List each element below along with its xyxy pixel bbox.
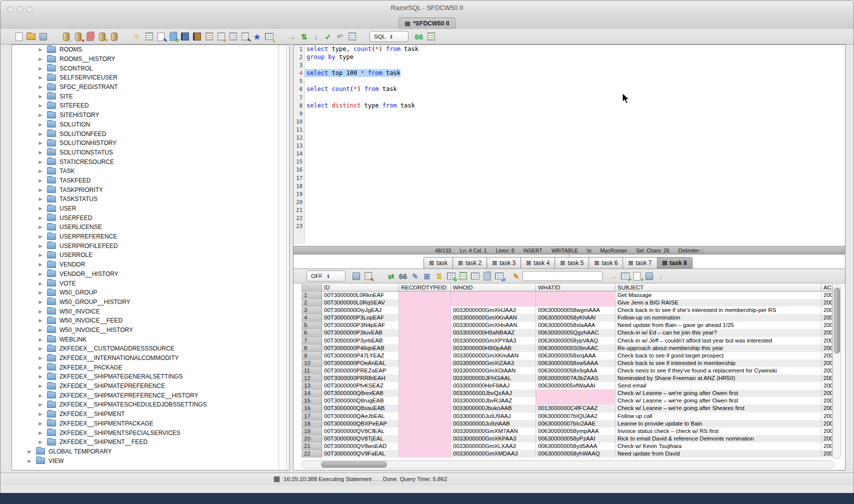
tree-item-w50-group-history[interactable]: ▶W50_GROUP__HISTORY (12, 298, 289, 307)
row-number-cell[interactable]: 3 (302, 306, 322, 314)
editor-line-15[interactable]: 15 (294, 158, 845, 166)
download-results-icon[interactable]: ↓ (656, 270, 666, 282)
grid-cell[interactable]: Check w/ Leanne – we're going after Owen… (616, 390, 822, 397)
grid-cell[interactable]: 200 (822, 397, 832, 404)
tree-item-zkfedex-shipmentpackage[interactable]: ▶ZKFEDEX__SHIPMENTPACKAGE (12, 419, 289, 428)
tree-item-task[interactable]: ▶TASK (12, 166, 289, 176)
grid-cell[interactable]: 00T3000000PfvKSEAZ (322, 382, 399, 390)
grid-cell[interactable]: 0033000000GmXOiAAN (451, 367, 536, 374)
grid-cell[interactable]: Give Jenn a BIG RAISE (616, 299, 822, 306)
grid-cell[interactable]: 00T3000000P3tuvEAB (322, 329, 399, 336)
grid-cell[interactable]: 00T3000000OiyJgEAJ (322, 306, 399, 314)
disclosure-triangle-icon[interactable]: ▶ (38, 374, 43, 379)
grid-cell[interactable] (399, 412, 451, 420)
grid-row-2[interactable]: 200T3000000L0RqSEAVGive Jenn a BIG RAISE… (302, 299, 833, 306)
grid-cell[interactable]: Need update from David (616, 450, 822, 458)
grid-row-18[interactable]: 1800T3000000QBXPeEAP0033000000Ju9zlAAB00… (302, 420, 833, 428)
results-list-icon[interactable] (426, 31, 436, 42)
tree-item-zkfedex-shipmatepreference-history[interactable]: ▶ZKFEDEX__SHIPMATEPREFERENCE__HISTORY (12, 390, 289, 400)
grid-row-7[interactable]: 700T3000000P3yrbEAB0033000000GmXPYAA3006… (302, 337, 833, 344)
grid-cell[interactable] (536, 390, 616, 397)
grid-cell[interactable]: RECORDTYPEID (399, 284, 451, 292)
grid-cell[interactable]: 200 (822, 360, 832, 367)
document-tab[interactable]: ⊠ *SFDCW50 II (398, 18, 456, 29)
grid-row-21[interactable]: 2100T3000000QV8wsEAD0033000000GmXLXAA300… (302, 442, 833, 450)
tab-close-icon[interactable]: ⊠ (429, 260, 434, 266)
editor-line-22[interactable]: 22 (294, 214, 845, 222)
grid-cell[interactable]: 0033000000GmXPYAA3 (451, 337, 536, 344)
editor-line-4[interactable]: 4select top 100 * from task (294, 69, 845, 77)
disclosure-triangle-icon[interactable]: ▶ (38, 337, 43, 342)
disclosure-triangle-icon[interactable]: ▶ (38, 384, 43, 388)
rollback-icon[interactable]: ↶ (334, 31, 346, 42)
tree-item-taskfeed[interactable]: ▶TASKFEED (12, 176, 289, 186)
row-number-cell[interactable]: 18 (302, 420, 322, 428)
grid-cell[interactable]: 00630000005xfWaAAI (536, 382, 616, 390)
tree-item-sfdc-registrant[interactable]: ▶SFDC_REGISTRANT (12, 82, 289, 92)
grid-cell[interactable]: Check back in to see if she's interested… (616, 306, 822, 314)
grid-cell[interactable]: 200 (822, 314, 832, 322)
edit-row-icon[interactable]: ✎ (410, 270, 420, 282)
grid-cell[interactable]: 006300000058yhWAAQ (536, 450, 616, 458)
disclosure-triangle-icon[interactable]: ▶ (38, 309, 43, 314)
results-horizontal-scrollbar[interactable] (302, 460, 834, 468)
disclosure-triangle-icon[interactable]: ▶ (38, 84, 43, 90)
grid-cell[interactable]: 0033000000JbvQzAAJ (451, 390, 536, 397)
tree-item-taskstatus[interactable]: ▶TASKSTATUS (12, 194, 289, 204)
row-number-cell[interactable]: 20 (302, 435, 322, 442)
grid-cell[interactable]: 0033000000GmXKPAA3 (451, 435, 536, 442)
row-number-cell[interactable]: 1 (302, 292, 322, 299)
grid-cell[interactable] (399, 450, 451, 458)
tab-close-icon[interactable]: ⊠ (458, 260, 463, 266)
tree-item-userpreference[interactable]: ▶USERPREFERENCE (12, 232, 289, 242)
grid-cell[interactable] (399, 404, 451, 412)
tree-item-vendor[interactable]: ▶VENDOR (12, 260, 289, 270)
grid-cell[interactable]: 00630000005QgzhAAC (536, 329, 616, 336)
grid-cell[interactable] (399, 352, 451, 360)
grid-cell[interactable]: Check w/ Leanne – we're going after Owen… (616, 397, 822, 404)
tree-item-solution[interactable]: ▶SOLUTION (12, 120, 289, 130)
grid-cell[interactable]: Check nexis to see if they've found a re… (616, 367, 822, 374)
grid-row-4[interactable]: 400T3000000P3LopEAF0033000000GmXKnAAN006… (302, 314, 833, 322)
tree-item-userlicense[interactable]: ▶USERLICENSE (12, 222, 289, 232)
row-number-cell[interactable]: 9 (302, 352, 322, 360)
editor-line-10[interactable]: 10 (294, 118, 845, 126)
disclosure-triangle-icon[interactable]: ▶ (38, 66, 43, 71)
grid-cell[interactable] (399, 428, 451, 435)
row-number-cell[interactable]: 17 (302, 412, 322, 420)
disclosure-triangle-icon[interactable]: ▶ (38, 196, 43, 202)
disclosure-triangle-icon[interactable]: ▶ (38, 224, 43, 230)
editor-line-12[interactable]: 12 (294, 134, 845, 142)
grid-cell[interactable] (399, 390, 451, 397)
grid-cell[interactable]: 00T3000000Q8rugEAB (322, 397, 399, 404)
disclosure-triangle-icon[interactable]: ▶ (38, 412, 43, 416)
tree-view-icon[interactable]: ⊞ (422, 270, 432, 282)
grid-cell[interactable]: Need update from Bain – gave go ahead 1/… (616, 322, 822, 329)
grid-cell[interactable]: 0033000000GmXKnAAN (451, 314, 536, 322)
editor-line-1[interactable]: 1select type, count(*) from task (294, 45, 845, 53)
disclosure-triangle-icon[interactable]: ▶ (38, 112, 43, 118)
disclosure-triangle-icon[interactable]: ▶ (38, 206, 43, 211)
grid-row-20[interactable]: 2000T3000000QV8TjEAL0033000000GmXKPAA300… (302, 435, 833, 442)
fetch-icon[interactable]: ↓ (310, 31, 322, 42)
disclosure-triangle-icon[interactable]: ▶ (38, 440, 43, 444)
row-number-cell[interactable]: 22 (302, 450, 322, 458)
tree-item-solutionfeed[interactable]: ▶SOLUTIONFEED (12, 129, 289, 138)
copy-results-icon[interactable] (482, 270, 492, 282)
tree-item-site[interactable]: ▶SITE (12, 92, 289, 101)
disclosure-triangle-icon[interactable]: ▶ (38, 140, 43, 146)
grid-cell[interactable]: Check w/ Kevin Tsujihara (616, 442, 822, 450)
grid-cell[interactable]: 00T3000000QV9FaEAL (322, 450, 399, 458)
max-rows-select[interactable]: OFF▲▼ (306, 270, 346, 282)
grid-cell[interactable] (399, 306, 451, 314)
disclosure-triangle-icon[interactable]: ▶ (38, 47, 43, 52)
row-number-cell[interactable]: 12 (302, 374, 322, 382)
grid-cell[interactable]: 00T3000000POeAnEAL (322, 360, 399, 367)
grid-cell[interactable]: 200 (822, 352, 832, 360)
drop-table-icon[interactable] (84, 31, 96, 42)
grid-cell[interactable]: Follow up call (616, 412, 822, 420)
database-browser-icon[interactable] (180, 31, 190, 42)
grid-cell[interactable] (399, 374, 451, 382)
edit-sql-icon[interactable]: ✎ (240, 31, 250, 42)
disclosure-triangle-icon[interactable]: ▶ (38, 346, 43, 351)
